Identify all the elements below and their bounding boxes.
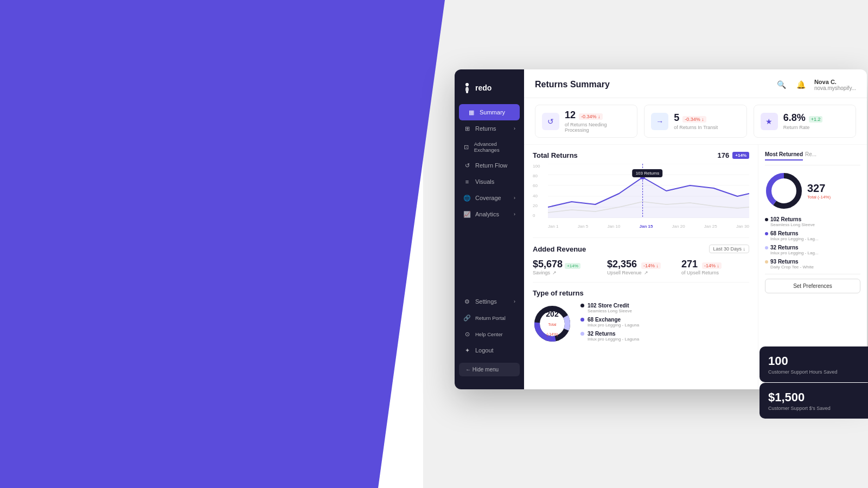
stat-change-2: +1.2	[809, 116, 823, 123]
revenue-filter[interactable]: Last 30 Days ↓	[709, 245, 749, 253]
chart-section: Total Returns 176 +14% 100 80 60 40 20	[533, 151, 749, 229]
revenue-amount-2: 271	[681, 259, 698, 270]
sidebar-logo-icon	[463, 82, 471, 93]
return-item-0: 102 Returns Seamless Long Sleeve	[765, 216, 860, 227]
stat-card-1: → 5 -0.34% ↓ of Returns In Transit	[644, 105, 746, 138]
revenue-card-1: $2,356 -14% ↓ Upsell Revenue ↗	[607, 259, 675, 275]
nav-visuals-label: Visuals	[475, 178, 494, 185]
stat-value-0: 12	[565, 110, 576, 121]
stat-card-0: ↺ 12 -0.34% ↓ of Returns Needing Process…	[535, 105, 637, 138]
return-dot-3	[765, 260, 768, 264]
legend-dot-0	[580, 304, 584, 307]
stat-icon-0: ↺	[542, 113, 559, 130]
svg-marker-12	[548, 177, 749, 218]
stat-info-0: 12 -0.34% ↓ of Returns Needing Processin…	[565, 110, 630, 133]
chart-area: 100 80 60 40 20 0	[533, 164, 749, 229]
returns-arrow: ›	[514, 126, 515, 131]
revenue-sub-2: of Upsell Returns	[681, 270, 749, 275]
legend-dot-1	[580, 318, 584, 322]
return-flow-icon: ↺	[463, 162, 471, 169]
type-legend: 102 Store Credit Seamless Long Sleeve 68…	[580, 303, 749, 345]
legend-item-1: 68 Exchange Inlux pro Legging - Laguna	[580, 317, 749, 328]
stats-row: ↺ 12 -0.34% ↓ of Returns Needing Process…	[524, 98, 867, 145]
nav-settings-label: Settings	[475, 298, 497, 305]
nav-logout[interactable]: ✦ Logout	[455, 342, 524, 358]
panel-tabs: Most Returned Re...	[765, 151, 860, 165]
search-icon[interactable]: 🔍	[775, 78, 788, 91]
legend-dot-2	[580, 332, 584, 336]
tab-other[interactable]: Re...	[805, 151, 816, 160]
nav-coverage-label: Coverage	[475, 195, 501, 201]
sidebar-logo-label: redo	[475, 84, 492, 92]
summary-icon: ▦	[468, 108, 475, 116]
dark-card-support-hours: 100 Customer Support Hours Saved	[760, 346, 868, 382]
legend-text-1: 68 Exchange	[588, 317, 639, 323]
settings-arrow: ›	[514, 299, 515, 304]
chart-title: Total Returns	[533, 151, 578, 159]
legend-text-0: 102 Store Credit	[588, 303, 632, 309]
dc-value-1: $1,500	[768, 390, 859, 404]
nav-returns-label: Returns	[475, 125, 496, 132]
return-portal-icon: 🔗	[463, 314, 471, 322]
logout-icon: ✦	[463, 346, 471, 354]
returns-icon: ⊞	[463, 125, 471, 132]
dc-value-0: 100	[768, 354, 859, 368]
analytics-icon: 📈	[463, 210, 471, 218]
legend-item-2: 32 Returns Inlux pro Legging - Laguna	[580, 331, 749, 342]
set-preferences-button[interactable]: Set Preferences	[765, 279, 860, 293]
stat-label-0: of Returns Needing Processing	[565, 122, 630, 133]
visuals-icon: ≡	[463, 178, 471, 185]
sidebar-logo: redo	[455, 78, 524, 104]
page-title: Returns Summary	[535, 80, 610, 89]
revenue-sub-1: Upsell Revenue ↗	[607, 270, 675, 275]
stat-change-1: -0.34% ↓	[682, 116, 706, 123]
chart-tooltip: 103 Returns	[633, 169, 663, 177]
nav-adv-exchanges[interactable]: ⊡ Advanced Exchanges	[455, 137, 524, 157]
return-dot-0	[765, 218, 768, 221]
nav-return-portal[interactable]: 🔗 Return Portal	[455, 310, 524, 326]
hide-menu-button[interactable]: ← Hide menu	[459, 363, 520, 376]
nav-help-center[interactable]: ⊙ Help Center	[455, 326, 524, 342]
stat-icon-1: →	[651, 113, 668, 130]
revenue-amount-0: $5,678	[533, 259, 563, 270]
type-returns-title: Type of returns	[533, 289, 749, 297]
hide-menu-label: ← Hide menu	[465, 367, 499, 373]
notification-icon[interactable]: 🔔	[795, 78, 808, 91]
chart-badge: +14%	[732, 152, 749, 159]
return-item-3: 93 Returns Daily Crop Tee - White	[765, 259, 860, 269]
nav-adv-exchanges-label: Advanced Exchanges	[474, 141, 515, 153]
nav-return-flow[interactable]: ↺ Return Flow	[455, 157, 524, 174]
chart-x-labels: Jan 1 Jan 5 Jan 10 Jan 15 Jan 20 Jan 25 …	[548, 224, 749, 229]
revenue-badge-0: +14%	[565, 263, 580, 269]
stat-icon-2: ★	[761, 113, 778, 130]
nav-summary-label: Summary	[480, 109, 505, 115]
user-name: Nova C.	[814, 79, 856, 85]
nav-settings[interactable]: ⚙ Settings ›	[455, 293, 524, 310]
sidebar: redo ▦ Summary ⊞ Returns › ⊡ Advanced Ex…	[455, 69, 524, 389]
coverage-icon: 🌐	[463, 194, 471, 202]
return-item-1: 68 Returns Inlux pro Legging - Lag...	[765, 230, 860, 241]
nav-summary[interactable]: ▦ Summary	[459, 104, 520, 120]
chart-y-labels: 100 80 60 40 20 0	[533, 164, 540, 218]
legend-sub-1: Inlux pro Legging - Laguna	[588, 323, 639, 328]
content-header: Returns Summary 🔍 🔔 Nova C. nova.myshopi…	[524, 69, 867, 98]
coverage-arrow: ›	[514, 195, 515, 201]
nav-logout-label: Logout	[475, 347, 494, 354]
stat-value-2: 6.8%	[783, 112, 806, 124]
analytics-arrow: ›	[514, 211, 515, 217]
nav-visuals[interactable]: ≡ Visuals	[455, 174, 524, 190]
svg-point-5	[466, 91, 468, 93]
nav-return-portal-label: Return Portal	[475, 315, 506, 321]
nav-analytics[interactable]: 📈 Analytics ›	[455, 206, 524, 222]
stat-info-1: 5 -0.34% ↓ of Returns In Transit	[674, 112, 718, 130]
most-returned-values: 327 Total (-14%)	[807, 182, 831, 200]
chart-value-area: 176 +14%	[718, 151, 749, 159]
donut-center: 202 Total (-14%)	[542, 310, 562, 338]
return-item-2: 32 Returns Inlux pro Legging - Lag...	[765, 245, 860, 255]
set-preferences-area: Set Preferences	[765, 274, 860, 293]
nav-coverage[interactable]: 🌐 Coverage ›	[455, 190, 524, 206]
tab-most-returned[interactable]: Most Returned	[765, 151, 803, 160]
legend-item-0: 102 Store Credit Seamless Long Sleeve	[580, 303, 749, 313]
revenue-change-2: -14% ↓	[702, 262, 722, 269]
nav-returns[interactable]: ⊞ Returns ›	[455, 120, 524, 137]
